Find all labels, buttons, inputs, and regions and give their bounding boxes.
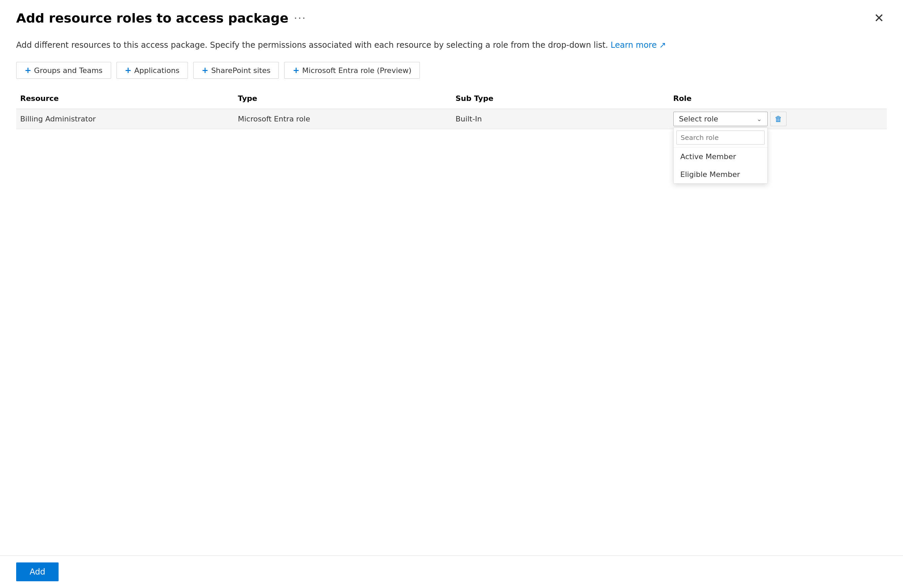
header-role: Role [669,91,887,105]
applications-button[interactable]: + Applications [116,62,188,79]
toolbar: + Groups and Teams + Applications + Shar… [16,62,887,79]
header-resource: Resource [16,91,234,105]
groups-teams-label: Groups and Teams [34,66,102,75]
dropdown-item-eligible-member[interactable]: Eligible Member [674,166,767,183]
delete-row-button[interactable]: 🗑 [770,112,787,126]
chevron-down-icon: ⌄ [757,115,761,122]
description-text: Add different resources to this access p… [16,32,887,51]
sharepoint-sites-label: SharePoint sites [211,66,271,75]
close-button[interactable]: ✕ [872,11,887,25]
description-prefix: Add different resources to this access p… [16,40,608,50]
trash-icon: 🗑 [775,115,782,123]
header-type: Type [234,91,452,105]
external-link-icon: ↗ [659,40,666,50]
plus-icon: + [25,66,31,75]
sharepoint-sites-button[interactable]: + SharePoint sites [193,62,279,79]
role-cell: Select role ⌄ Active Member Eligible Mem… [669,109,887,129]
resource-type: Microsoft Entra role [234,109,452,129]
role-dropdown: Active Member Eligible Member [673,127,768,183]
applications-label: Applications [134,66,179,75]
dialog-footer: Add [0,555,903,588]
learn-more-link[interactable]: Learn more ↗ [611,40,666,50]
plus-icon: + [125,66,132,75]
search-role-input[interactable] [676,130,765,145]
groups-teams-button[interactable]: + Groups and Teams [16,62,111,79]
microsoft-entra-role-label: Microsoft Entra role (Preview) [302,66,412,75]
header-subtype: Sub Type [452,91,669,105]
table-header: Resource Type Sub Type Role [16,88,887,109]
microsoft-entra-role-button[interactable]: + Microsoft Entra role (Preview) [284,62,420,79]
resource-name: Billing Administrator [16,109,234,129]
dropdown-item-active-member[interactable]: Active Member [674,148,767,166]
dialog-title: Add resource roles to access package [16,11,288,25]
resource-subtype: Built-In [452,109,669,129]
dialog-ellipsis[interactable]: ··· [294,12,307,25]
add-button[interactable]: Add [16,563,58,581]
resource-table: Resource Type Sub Type Role Billing Admi… [16,88,887,129]
dialog-title-row: Add resource roles to access package ··· [16,11,306,25]
dialog: Add resource roles to access package ···… [0,0,903,588]
plus-icon: + [202,66,208,75]
dialog-body: Add different resources to this access p… [0,32,903,555]
plus-icon: + [293,66,299,75]
select-role-button[interactable]: Select role ⌄ [673,112,768,126]
select-role-wrapper: Select role ⌄ Active Member Eligible Mem… [673,112,768,126]
select-role-label: Select role [679,115,719,123]
dropdown-search-container [674,128,767,148]
dialog-header: Add resource roles to access package ···… [0,0,903,32]
table-row: Billing Administrator Microsoft Entra ro… [16,109,887,129]
